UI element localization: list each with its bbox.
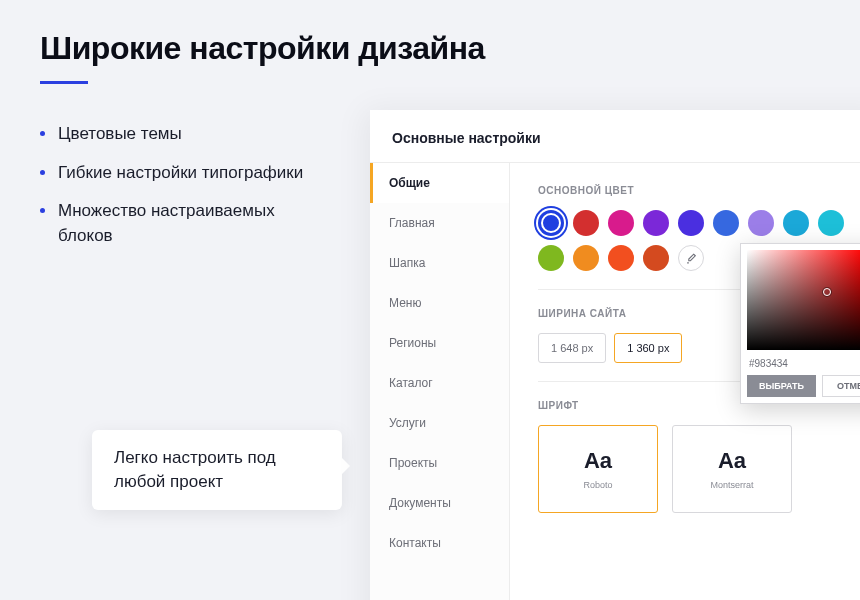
feature-list: Цветовые темы Гибкие настройки типографи… [40, 122, 320, 249]
sidebar-item-header[interactable]: Шапка [370, 243, 509, 283]
sidebar-item-projects[interactable]: Проекты [370, 443, 509, 483]
color-swatch[interactable] [608, 210, 634, 236]
picker-cancel-button[interactable]: ОТМЕНА [822, 375, 860, 397]
feature-item: Гибкие настройки типографики [40, 161, 320, 186]
settings-panel: Основные настройки Общие Главная Шапка М… [370, 110, 860, 600]
color-picker-popup: #983434 ВЫБРАТЬ ОТМЕНА [740, 243, 860, 404]
color-swatch[interactable] [783, 210, 809, 236]
sidebar-item-services[interactable]: Услуги [370, 403, 509, 443]
sidebar-item-main[interactable]: Главная [370, 203, 509, 243]
color-swatch[interactable] [748, 210, 774, 236]
color-swatch[interactable] [818, 210, 844, 236]
color-swatch[interactable] [608, 245, 634, 271]
color-swatch[interactable] [643, 210, 669, 236]
callout-tooltip: Легко настроить под любой проект [92, 430, 342, 510]
color-swatch[interactable] [573, 210, 599, 236]
hex-value: #983434 [747, 350, 860, 375]
color-swatch[interactable] [678, 210, 704, 236]
swatch-row [538, 210, 860, 236]
sidebar-item-catalog[interactable]: Каталог [370, 363, 509, 403]
sidebar-item-documents[interactable]: Документы [370, 483, 509, 523]
color-swatch[interactable] [538, 245, 564, 271]
color-swatch[interactable] [573, 245, 599, 271]
page-heading: Широкие настройки дизайна [40, 30, 820, 67]
sidebar-item-contacts[interactable]: Контакты [370, 523, 509, 563]
font-options: Aa Roboto Aa Montserrat [538, 425, 860, 513]
width-option[interactable]: 1 360 px [614, 333, 682, 363]
color-swatch[interactable] [538, 210, 564, 236]
font-sample: Aa [718, 448, 746, 474]
width-option[interactable]: 1 648 px [538, 333, 606, 363]
heading-underline [40, 81, 88, 84]
settings-sidebar: Общие Главная Шапка Меню Регионы Каталог… [370, 163, 510, 600]
section-label-color: ОСНОВНОЙ ЦВЕТ [538, 185, 860, 196]
sidebar-item-menu[interactable]: Меню [370, 283, 509, 323]
panel-title: Основные настройки [370, 110, 860, 162]
font-sample: Aa [584, 448, 612, 474]
font-card-montserrat[interactable]: Aa Montserrat [672, 425, 792, 513]
color-swatch[interactable] [713, 210, 739, 236]
eyedropper-button[interactable] [678, 245, 704, 271]
color-swatch[interactable] [643, 245, 669, 271]
feature-item: Цветовые темы [40, 122, 320, 147]
feature-item: Множество настраиваемых блоков [40, 199, 320, 248]
sidebar-item-regions[interactable]: Регионы [370, 323, 509, 363]
sidebar-item-general[interactable]: Общие [370, 163, 509, 203]
saturation-area[interactable] [747, 250, 860, 350]
font-name: Roboto [583, 480, 612, 490]
font-name: Montserrat [710, 480, 753, 490]
font-card-roboto[interactable]: Aa Roboto [538, 425, 658, 513]
tooltip-text: Легко настроить под любой проект [114, 448, 276, 491]
saturation-cursor[interactable] [823, 288, 831, 296]
picker-select-button[interactable]: ВЫБРАТЬ [747, 375, 816, 397]
